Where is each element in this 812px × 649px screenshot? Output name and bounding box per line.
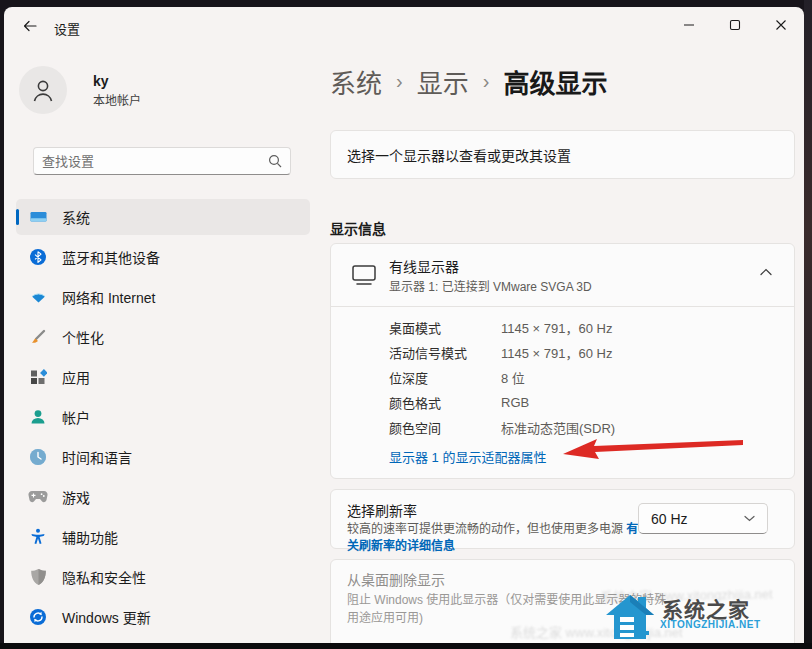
bluetooth-icon [28, 247, 48, 267]
app-title: 设置 [54, 19, 80, 38]
detail-value: 1145 × 791，60 Hz [501, 318, 612, 337]
sidebar-item-personalization[interactable]: 个性化 [16, 319, 310, 355]
search-icon [268, 154, 282, 168]
detail-value: 标准动态范围(SDR) [501, 418, 615, 437]
refresh-rate-dropdown[interactable]: 60 Hz [638, 503, 768, 534]
time-language-icon [28, 447, 48, 467]
divider [331, 306, 794, 307]
sidebar-item-windows-update[interactable]: Windows 更新 [16, 599, 310, 635]
xitongzhijia-logo-icon [604, 591, 660, 643]
sidebar-item-gaming[interactable]: 游戏 [16, 479, 310, 515]
detail-label: 活动信号模式 [389, 343, 501, 362]
watermark-site-domain: XITONGZHIJIA.NET [660, 619, 761, 630]
breadcrumb-separator: › [483, 70, 490, 93]
back-button[interactable] [12, 11, 48, 41]
detail-value: 1145 × 791，60 Hz [501, 343, 612, 362]
person-icon [30, 77, 56, 103]
titlebar: 设置 [4, 7, 804, 47]
window-controls [666, 7, 804, 43]
monitor-icon [351, 264, 377, 286]
minimize-icon [683, 19, 695, 31]
refresh-rate-value: 60 Hz [651, 511, 688, 527]
screen-edge [804, 0, 812, 649]
privacy-icon [28, 567, 48, 587]
screen-edge-bottom [0, 643, 812, 649]
detail-value: RGB [501, 395, 529, 410]
display-selector-card: 选择一个显示器以查看或更改其设置 显示 1: 有线显示器 [330, 130, 795, 179]
display-card-title: 有线显示器 [389, 256, 459, 276]
detail-label: 位深度 [389, 368, 501, 387]
sidebar-item-label: 帐户 [62, 407, 90, 427]
close-icon [775, 19, 787, 31]
sidebar-item-apps[interactable]: 应用 [16, 359, 310, 395]
detail-row-signal-mode: 活动信号模式 1145 × 791，60 Hz [389, 340, 615, 365]
sidebar-item-label: Windows 更新 [62, 607, 151, 627]
display-selector-label: 选择一个显示器以查看或更改其设置 [347, 145, 571, 165]
breadcrumb-display[interactable]: 显示 [417, 63, 469, 100]
system-icon [28, 207, 48, 227]
detail-row-desktop-mode: 桌面模式 1145 × 791，60 Hz [389, 315, 615, 340]
sidebar-item-network[interactable]: 网络和 Internet [16, 279, 310, 315]
detail-row-bit-depth: 位深度 8 位 [389, 365, 615, 390]
sidebar-item-label: 系统 [62, 207, 90, 227]
sidebar-item-label: 个性化 [62, 327, 104, 347]
settings-window: 设置 ky 本地帐户 [4, 7, 804, 649]
sidebar: ky 本地帐户 系统 蓝牙和其他设备 [4, 47, 322, 649]
breadcrumb-separator: › [396, 70, 403, 93]
maximize-icon [729, 19, 741, 31]
main-content: 系统 › 显示 › 高级显示 选择一个显示器以查看或更改其设置 显示 1: 有线… [330, 47, 804, 649]
breadcrumb: 系统 › 显示 › 高级显示 [330, 63, 607, 100]
sidebar-item-label: 网络和 Internet [62, 287, 155, 307]
user-name: ky [93, 73, 141, 89]
sidebar-item-accessibility[interactable]: 辅助功能 [16, 519, 310, 555]
sidebar-item-time-language[interactable]: 时间和语言 [16, 439, 310, 475]
accessibility-icon [28, 527, 48, 547]
sidebar-nav: 系统 蓝牙和其他设备 网络和 Internet 个性化 [16, 199, 310, 639]
detail-row-color-space: 颜色空间 标准动态范围(SDR) [389, 415, 615, 440]
sidebar-item-label: 时间和语言 [62, 447, 132, 467]
sidebar-item-label: 隐私和安全性 [62, 567, 146, 587]
gaming-icon [28, 487, 48, 507]
display-card-subtitle: 显示器 1: 已连接到 VMware SVGA 3D [389, 277, 592, 294]
display-info-header[interactable]: 有线显示器 显示器 1: 已连接到 VMware SVGA 3D [331, 244, 794, 306]
chevron-up-icon[interactable] [760, 268, 772, 276]
refresh-rate-description: 较高的速率可提供更流畅的动作，但也使用更多电源 有关刷新率的详细信息 [347, 521, 649, 555]
search-box[interactable] [33, 147, 291, 175]
display-adapter-properties-link[interactable]: 显示器 1 的显示适配器属性 [389, 447, 546, 466]
chevron-down-icon [744, 515, 755, 522]
profile-text: ky 本地帐户 [93, 73, 141, 108]
sidebar-item-bluetooth[interactable]: 蓝牙和其他设备 [16, 239, 310, 275]
minimize-button[interactable] [666, 7, 712, 43]
sidebar-item-label: 蓝牙和其他设备 [62, 247, 160, 267]
display-info-card: 有线显示器 显示器 1: 已连接到 VMware SVGA 3D 桌面模式 11… [330, 243, 795, 479]
sidebar-item-label: 游戏 [62, 487, 90, 507]
site-watermark: 系统之家 XITONGZHIJIA.NET [604, 587, 804, 643]
maximize-button[interactable] [712, 7, 758, 43]
refresh-rate-description-text: 较高的速率可提供更流畅的动作，但也使用更多电源 [347, 522, 626, 536]
sidebar-item-accounts[interactable]: 帐户 [16, 399, 310, 435]
sidebar-item-system[interactable]: 系统 [16, 199, 310, 235]
windows-update-icon [28, 607, 48, 627]
sidebar-item-privacy[interactable]: 隐私和安全性 [16, 559, 310, 595]
user-profile[interactable]: ky 本地帐户 [19, 66, 141, 114]
detail-row-color-format: 颜色格式 RGB [389, 390, 615, 415]
accounts-icon [28, 407, 48, 427]
refresh-rate-card: 选择刷新率 较高的速率可提供更流畅的动作，但也使用更多电源 有关刷新率的详细信息… [330, 489, 795, 549]
sidebar-item-label: 辅助功能 [62, 527, 118, 547]
close-button[interactable] [758, 7, 804, 43]
search-input[interactable] [42, 154, 268, 169]
refresh-rate-title: 选择刷新率 [347, 500, 417, 520]
page-title: 高级显示 [503, 63, 607, 100]
detail-value: 8 位 [501, 368, 525, 387]
avatar [19, 66, 67, 114]
detail-label: 颜色空间 [389, 418, 501, 437]
apps-icon [28, 367, 48, 387]
display-info-section-title: 显示信息 [330, 218, 386, 238]
personalization-icon [28, 327, 48, 347]
account-type: 本地帐户 [93, 91, 141, 108]
display-details: 桌面模式 1145 × 791，60 Hz 活动信号模式 1145 × 791，… [389, 315, 615, 440]
breadcrumb-system[interactable]: 系统 [330, 63, 382, 100]
network-icon [28, 287, 48, 307]
remove-display-title: 从桌面删除显示 [347, 569, 445, 589]
back-arrow-icon [22, 18, 38, 34]
